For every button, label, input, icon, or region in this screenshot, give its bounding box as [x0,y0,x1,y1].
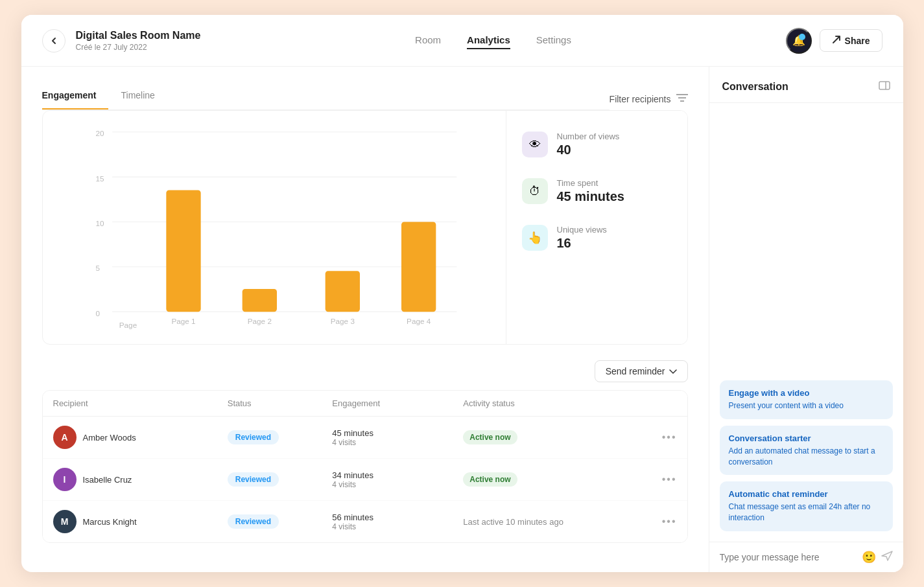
chat-input-row: 🙂 [709,542,903,572]
svg-rect-16 [242,289,276,312]
svg-text:0: 0 [95,309,100,317]
svg-text:Page 1: Page 1 [171,317,195,325]
recipients-table: Recipient Status Engagement Activity sta… [42,390,688,543]
main-content: Engagement Timeline Filter recipients [21,67,903,572]
svg-text:Page: Page [119,321,136,329]
unique-icon: 👆 [522,225,548,251]
td-activity-0: Active now [463,430,637,444]
send-reminder-button[interactable]: Send reminder [595,360,688,382]
views-icon: 👁 [522,132,548,157]
svg-text:Page 3: Page 3 [330,317,354,325]
conversation-header: Conversation [709,67,903,103]
row-menu-0[interactable]: ••• [662,432,677,443]
send-reminder-row: Send reminder [42,360,688,382]
share-icon [832,35,841,46]
suggestion-desc-video: Present your content with a video [729,400,884,411]
suggestion-desc-reminder: Chat message sent as email 24h after no … [729,501,884,524]
th-activity: Activity status [463,398,637,408]
notification-dot [799,34,805,40]
th-action [637,398,676,408]
time-value: 45 minutes [557,189,624,204]
main-nav: Room Analytics Settings [200,32,785,49]
tab-engagement[interactable]: Engagement [42,85,108,109]
header-actions: 🔔 Share [786,28,883,54]
emoji-button[interactable]: 🙂 [862,550,876,564]
svg-text:20: 20 [95,129,104,137]
filter-label: Filter recipients [610,94,671,104]
suggestion-title-video: Engage with a video [729,388,884,398]
svg-text:Page 2: Page 2 [247,317,271,325]
stat-views: 👁 Number of views 40 [522,132,672,157]
chart-stats-section: 20 15 10 5 0 Page [42,110,688,345]
suggestion-card-reminder[interactable]: Automatic chat reminder Chat message sen… [720,481,893,531]
table-header: Recipient Status Engagement Activity sta… [43,391,687,417]
table-row: I Isabelle Cruz Reviewed 34 minutes 4 vi… [43,459,687,501]
td-engagement-2: 56 minutes 4 visits [332,512,463,531]
tab-timeline[interactable]: Timeline [121,85,167,109]
tabs: Engagement Timeline [42,85,610,110]
recipient-name-0: Amber Woods [83,433,136,443]
unique-value: 16 [557,236,607,251]
back-button[interactable] [42,29,65,52]
nav-room[interactable]: Room [415,32,441,49]
page-subtitle: Créé le 27 July 2022 [76,43,201,52]
suggestion-desc-starter: Add an automated chat message to start a… [729,446,884,468]
filter-icon[interactable] [676,93,688,105]
row-menu-1[interactable]: ••• [662,474,677,485]
td-recipient-1: I Isabelle Cruz [53,468,228,491]
th-recipient: Recipient [53,398,228,408]
table-row: A Amber Woods Reviewed 45 minutes 4 visi… [43,417,687,459]
td-activity-1: Active now [463,472,637,487]
td-status-2: Reviewed [228,514,333,529]
nav-settings[interactable]: Settings [536,32,571,49]
status-badge-2: Reviewed [228,514,279,529]
row-menu-2[interactable]: ••• [662,516,677,527]
bar-chart: 20 15 10 5 0 Page [64,124,490,331]
conversation-body: Engage with a video Present your content… [709,103,903,542]
th-engagement: Engagement [332,398,463,408]
views-label: Number of views [557,132,620,141]
collapse-panel-button[interactable] [879,80,890,93]
suggestion-card-video[interactable]: Engage with a video Present your content… [720,380,893,419]
svg-rect-22 [879,82,890,89]
avatar-0: A [53,426,77,449]
unique-label: Unique views [557,225,607,235]
recipient-name-2: Marcus Knight [83,517,137,527]
svg-text:10: 10 [95,219,104,227]
share-button[interactable]: Share [820,29,883,52]
send-message-button[interactable] [881,551,893,564]
svg-text:15: 15 [95,174,104,183]
td-engagement-1: 34 minutes 4 visits [332,470,463,489]
chart-area: 20 15 10 5 0 Page [43,111,506,344]
td-status-0: Reviewed [228,430,333,444]
status-badge-1: Reviewed [228,472,279,487]
svg-rect-18 [325,271,359,312]
td-action-2: ••• [637,516,676,527]
suggestion-title-starter: Conversation starter [729,433,884,443]
svg-rect-20 [401,222,436,312]
notification-button[interactable]: 🔔 [786,28,812,54]
time-icon: ⏱ [522,178,548,204]
svg-rect-14 [166,190,200,312]
left-panel: Engagement Timeline Filter recipients [21,67,709,572]
td-action-0: ••• [637,432,676,443]
td-recipient-2: M Marcus Knight [53,510,228,533]
suggestion-card-starter[interactable]: Conversation starter Add an automated ch… [720,426,893,476]
suggestion-title-reminder: Automatic chat reminder [729,489,884,499]
page-title: Digital Sales Room Name [76,30,201,41]
td-recipient-0: A Amber Woods [53,426,228,449]
stat-time: ⏱ Time spent 45 minutes [522,178,672,204]
stat-unique: 👆 Unique views 16 [522,225,672,251]
table-row: M Marcus Knight Reviewed 56 minutes 4 vi… [43,501,687,542]
th-status: Status [228,398,333,408]
views-value: 40 [557,143,620,157]
recipient-name-1: Isabelle Cruz [83,475,132,485]
td-status-1: Reviewed [228,472,333,487]
nav-analytics[interactable]: Analytics [467,32,510,49]
svg-text:5: 5 [95,264,100,272]
avatar-1: I [53,468,77,491]
td-action-1: ••• [637,474,676,485]
chat-input[interactable] [720,552,857,562]
status-badge-0: Reviewed [228,430,279,444]
avatar-2: M [53,510,77,533]
